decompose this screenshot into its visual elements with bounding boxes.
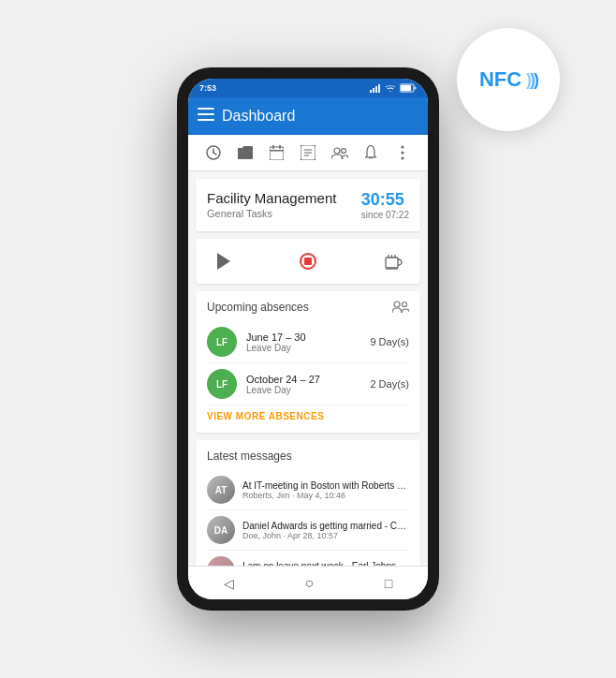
status-time: 7:53 (199, 83, 216, 93)
msg-avatar-2: DA (207, 516, 235, 544)
msg-text-2: Daniel Adwards is getting married - Cong… (242, 521, 409, 531)
svg-rect-7 (198, 108, 214, 110)
phone-device: 7:53 (177, 67, 439, 611)
folder-icon (238, 146, 253, 159)
scene: NFC ))) 7:53 (0, 0, 616, 678)
message-item-3[interactable]: WM I am on leave next week - Earl Johnso… (207, 551, 409, 566)
signal-icon (370, 84, 381, 93)
msg-text-1: At IT-meeting in Boston with Roberts - w… (242, 480, 409, 491)
nav-clock-icon[interactable] (203, 142, 224, 163)
recent-button[interactable]: □ (370, 572, 407, 595)
svg-rect-1 (373, 88, 374, 93)
svg-rect-5 (415, 87, 417, 90)
more-dots-icon (401, 145, 404, 160)
msg-meta-1: Roberts, Jim · May 4, 10:46 (242, 491, 409, 500)
nav-icons-row (188, 135, 428, 171)
absences-section: Upcoming absences LF June 17 – 30 (196, 291, 420, 433)
absence-info-1: June 17 – 30 Leave Day (246, 332, 360, 353)
task-timer: 30:55 (361, 190, 409, 210)
svg-line-12 (213, 153, 216, 155)
svg-rect-13 (270, 147, 284, 160)
absence-dates-1: June 17 – 30 (246, 332, 360, 343)
nfc-label: NFC ))) (479, 67, 537, 92)
nav-folder-icon[interactable] (235, 142, 256, 163)
absence-avatar-2: LF (207, 369, 237, 399)
svg-rect-27 (386, 258, 398, 268)
play-icon (217, 253, 230, 270)
toolbar-title: Dashboard (222, 108, 418, 125)
people-icon (331, 147, 348, 159)
svg-point-24 (402, 146, 404, 149)
svg-point-22 (341, 148, 345, 153)
coffee-cup-icon (385, 253, 403, 270)
msg-avatar-inner-1: AT (207, 476, 235, 504)
task-timer-block: 30:55 since 07:22 (361, 190, 409, 220)
msg-meta-2: Doe, John · Apr 28, 10:57 (242, 531, 409, 540)
svg-rect-14 (270, 150, 284, 152)
message-item-2[interactable]: DA Daniel Adwards is getting married - C… (207, 510, 409, 551)
absence-info-2: October 24 – 27 Leave Day (246, 374, 360, 395)
stop-button[interactable] (293, 246, 323, 276)
toolbar: Dashboard (188, 97, 428, 135)
nav-more-icon[interactable] (392, 142, 413, 163)
home-button[interactable]: ○ (289, 571, 329, 596)
svg-rect-6 (401, 85, 411, 91)
nav-people-icon[interactable] (330, 142, 350, 163)
status-icons (370, 83, 417, 93)
back-button[interactable]: ◁ (209, 572, 249, 595)
task-card: Facility Management General Tasks 30:55 … (196, 179, 420, 231)
svg-point-26 (402, 157, 404, 160)
messages-header: Latest messages (207, 450, 409, 463)
home-icon: ○ (304, 575, 314, 592)
messages-section: Latest messages AT At IT-meeting in Bost… (196, 440, 420, 566)
play-button[interactable] (207, 246, 237, 276)
svg-point-21 (334, 148, 340, 154)
task-info: Facility Management General Tasks (207, 190, 336, 219)
absences-people-icon (392, 301, 409, 314)
message-item-1[interactable]: AT At IT-meeting in Boston with Roberts … (207, 470, 409, 510)
break-button[interactable] (379, 246, 409, 276)
absence-days-2: 2 Day(s) (370, 378, 409, 390)
absences-header: Upcoming absences (207, 301, 409, 314)
msg-avatar-inner-3: WM (207, 556, 235, 566)
bell-icon (364, 145, 377, 160)
svg-rect-9 (198, 119, 214, 121)
svg-point-32 (394, 302, 400, 307)
svg-rect-2 (375, 86, 377, 93)
svg-rect-0 (370, 90, 372, 93)
nav-bell-icon[interactable] (360, 142, 381, 163)
rec-inner (304, 258, 312, 265)
task-subtitle: General Tasks (207, 208, 336, 219)
action-row (196, 239, 420, 284)
wifi-icon (384, 83, 397, 93)
nav-calendar-icon[interactable] (266, 142, 286, 163)
phone-screen: 7:53 (188, 79, 428, 599)
msg-content-2: Daniel Adwards is getting married - Cong… (242, 521, 409, 540)
absence-days-1: 9 Day(s) (370, 336, 409, 347)
task-since: since 07:22 (361, 210, 409, 220)
status-bar: 7:53 (188, 79, 428, 97)
svg-point-33 (403, 302, 407, 307)
task-header: Facility Management General Tasks 30:55 … (207, 190, 409, 220)
back-icon: ◁ (224, 576, 234, 591)
msg-avatar-1: AT (207, 476, 235, 504)
messages-title: Latest messages (207, 450, 292, 463)
absence-type-1: Leave Day (246, 343, 360, 353)
msg-avatar-3: WM (207, 556, 235, 566)
recent-icon: □ (385, 576, 392, 591)
battery-icon (400, 83, 417, 93)
record-stop-icon (300, 253, 316, 270)
absence-item-2: LF October 24 – 27 Leave Day 2 Day(s) (207, 363, 409, 405)
absence-dates-2: October 24 – 27 (246, 374, 360, 385)
absence-avatar-1: LF (207, 327, 237, 357)
bottom-nav: ◁ ○ □ (188, 566, 428, 599)
view-more-absences[interactable]: VIEW MORE ABSENCES (207, 405, 409, 423)
absence-type-2: Leave Day (246, 385, 360, 395)
calendar-icon (270, 145, 284, 160)
menu-icon[interactable] (198, 108, 214, 125)
content-area: Facility Management General Tasks 30:55 … (188, 171, 428, 566)
hamburger-icon (198, 108, 214, 121)
nav-tasks-icon[interactable] (298, 142, 318, 163)
absence-item: LF June 17 – 30 Leave Day 9 Day(s) (207, 321, 409, 363)
task-title: Facility Management (207, 190, 336, 206)
